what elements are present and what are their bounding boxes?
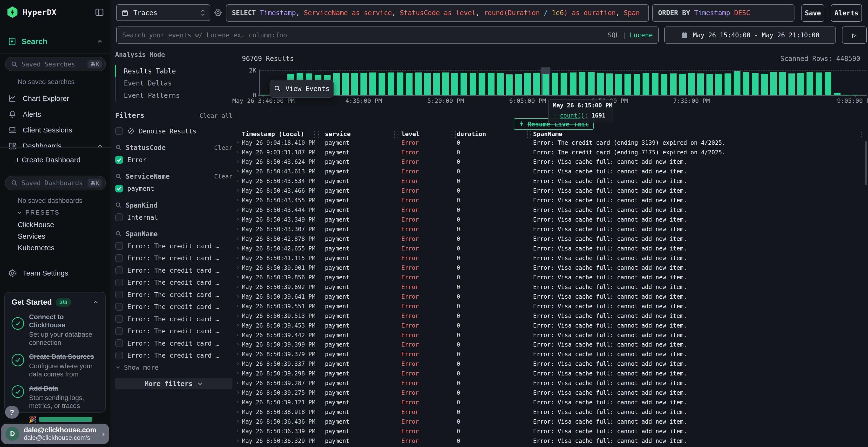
sidebar-item-dashboards[interactable]: Dashboards bbox=[0, 139, 111, 153]
histogram-bar[interactable] bbox=[652, 73, 658, 95]
histogram-bar[interactable] bbox=[597, 73, 604, 95]
table-row[interactable]: ›May 26 8:50:39.275 PMpaymentError0Error… bbox=[235, 388, 868, 398]
checkbox-unchecked-icon[interactable] bbox=[115, 213, 123, 221]
table-row[interactable]: ›May 26 9:04:18.410 PMpaymentError0Error… bbox=[235, 138, 868, 148]
row-expand-chevron[interactable]: › bbox=[236, 370, 239, 376]
row-expand-chevron[interactable]: › bbox=[236, 341, 239, 347]
date-range-picker[interactable]: May 26 15:40:00 - May 26 21:10:00 bbox=[664, 27, 836, 44]
sql-select-input[interactable]: SELECT Timestamp, ServiceName as service… bbox=[226, 4, 649, 22]
row-expand-chevron[interactable]: › bbox=[236, 322, 239, 328]
histogram-bar[interactable] bbox=[670, 73, 677, 95]
column-header-spanname[interactable]: SpanName bbox=[533, 131, 562, 138]
filter-option[interactable]: Error bbox=[115, 156, 233, 164]
table-row[interactable]: ›May 26 8:50:39.121 PMpaymentError0Error… bbox=[235, 398, 868, 408]
checkbox-unchecked-icon[interactable] bbox=[115, 303, 123, 311]
row-expand-chevron[interactable]: › bbox=[236, 380, 239, 386]
view-events-button[interactable]: View Events bbox=[270, 80, 334, 98]
row-expand-chevron[interactable]: › bbox=[236, 418, 239, 424]
column-resize-handle[interactable] bbox=[452, 131, 456, 138]
histogram-bar[interactable] bbox=[816, 72, 823, 95]
table-row[interactable]: ›May 26 8:50:39.442 PMpaymentError0Error… bbox=[235, 331, 868, 340]
histogram-bar[interactable] bbox=[342, 73, 349, 95]
histogram-bar[interactable] bbox=[524, 73, 531, 95]
histogram-bar[interactable] bbox=[424, 73, 431, 95]
filter-option[interactable]: Error: The credit card … bbox=[115, 327, 233, 335]
row-expand-chevron[interactable]: › bbox=[236, 216, 239, 222]
row-expand-chevron[interactable]: › bbox=[236, 139, 239, 145]
column-header-level[interactable]: level bbox=[401, 131, 420, 138]
saved-searches-input[interactable]: Saved Searches ⌘K bbox=[5, 57, 106, 71]
table-row[interactable]: ›May 26 8:50:39.692 PMpaymentError0Error… bbox=[235, 282, 868, 292]
checkbox-unchecked-icon[interactable] bbox=[115, 315, 123, 323]
checkbox-unchecked-icon[interactable] bbox=[115, 327, 123, 335]
filter-option[interactable]: Error: The credit card … bbox=[115, 242, 233, 250]
query-language-toggle[interactable]: SQL|Lucene bbox=[608, 31, 653, 39]
get-started-step[interactable]: Add Data Start sending logs, metrics, or… bbox=[11, 384, 99, 410]
user-menu[interactable]: D dale@clickhouse.com dale@clickhouse.co… bbox=[1, 424, 109, 444]
row-expand-chevron[interactable]: › bbox=[236, 438, 239, 443]
row-expand-chevron[interactable]: › bbox=[236, 245, 239, 251]
row-expand-chevron[interactable]: › bbox=[236, 236, 239, 241]
sql-toggle[interactable]: SQL bbox=[608, 31, 619, 39]
histogram-bar[interactable] bbox=[552, 73, 558, 95]
histogram-bar[interactable] bbox=[452, 73, 458, 95]
histogram-bar[interactable] bbox=[743, 72, 750, 95]
table-row[interactable]: ›May 26 8:50:43.307 PMpaymentError0Error… bbox=[235, 225, 868, 235]
help-button[interactable]: ? bbox=[5, 406, 19, 419]
histogram-bar[interactable] bbox=[807, 72, 813, 95]
table-row[interactable]: ›May 26 8:50:39.379 PMpaymentError0Error… bbox=[235, 350, 868, 359]
histogram-bar[interactable] bbox=[752, 73, 759, 95]
histogram-bar[interactable] bbox=[661, 74, 668, 95]
histogram-bar[interactable] bbox=[488, 73, 495, 95]
histogram-bar[interactable] bbox=[515, 74, 522, 95]
get-started-step[interactable]: Create Data Sources Configure where your… bbox=[11, 353, 99, 378]
histogram-bar[interactable] bbox=[397, 72, 404, 95]
row-expand-chevron[interactable]: › bbox=[236, 284, 239, 289]
histogram-bar[interactable] bbox=[707, 74, 713, 95]
column-header-service[interactable]: service bbox=[325, 131, 350, 138]
table-row[interactable]: ›May 26 8:50:43.444 PMpaymentError0Error… bbox=[235, 206, 868, 215]
histogram-bar[interactable] bbox=[497, 73, 504, 95]
histogram-bar[interactable] bbox=[388, 72, 395, 95]
get-started-step[interactable]: Connect to ClickHouse Set up your databa… bbox=[11, 313, 99, 347]
filter-option[interactable]: Error: The credit card … bbox=[115, 352, 233, 359]
table-row[interactable]: ›May 26 8:50:43.466 PMpaymentError0Error… bbox=[235, 186, 868, 196]
filter-option[interactable]: payment bbox=[115, 185, 233, 193]
show-more-button[interactable]: Show more bbox=[115, 364, 233, 371]
table-row[interactable]: ›May 26 8:50:36.436 PMpaymentError0Error… bbox=[235, 417, 868, 427]
sidebar-item-chart-explorer[interactable]: Chart Explorer bbox=[0, 91, 111, 106]
table-row[interactable]: ›May 26 8:50:39.298 PMpaymentError0Error… bbox=[235, 369, 868, 379]
clear-all-button[interactable]: Clear all bbox=[199, 112, 232, 119]
table-row[interactable]: ›May 26 8:50:39.901 PMpaymentError0Error… bbox=[235, 263, 868, 273]
table-row[interactable]: ›May 26 8:50:43.613 PMpaymentError0Error… bbox=[235, 167, 868, 177]
row-expand-chevron[interactable]: › bbox=[236, 226, 239, 232]
table-row[interactable]: ›May 26 8:50:39.641 PMpaymentError0Error… bbox=[235, 292, 868, 302]
histogram-bar[interactable] bbox=[542, 74, 549, 95]
collapse-sidebar-icon[interactable] bbox=[95, 7, 104, 17]
row-expand-chevron[interactable]: › bbox=[236, 360, 239, 366]
checkbox-checked-icon[interactable] bbox=[115, 156, 123, 164]
table-row[interactable]: ›May 26 8:50:43.624 PMpaymentError0Error… bbox=[235, 158, 868, 167]
preset-services[interactable]: Services bbox=[18, 232, 45, 240]
table-row[interactable]: ›May 26 8:50:39.337 PMpaymentError0Error… bbox=[235, 359, 868, 369]
histogram-bar[interactable] bbox=[834, 93, 840, 95]
histogram-bar[interactable] bbox=[624, 74, 631, 95]
row-expand-chevron[interactable]: › bbox=[236, 149, 239, 155]
table-row[interactable]: ›May 26 8:50:36.329 PMpaymentError0Error… bbox=[235, 437, 868, 446]
row-expand-chevron[interactable]: › bbox=[236, 332, 239, 338]
column-resize-handle[interactable] bbox=[527, 131, 531, 138]
lucene-toggle[interactable]: Lucene bbox=[630, 31, 653, 39]
histogram-bar[interactable] bbox=[415, 72, 422, 95]
table-row[interactable]: ›May 26 8:50:38.918 PMpaymentError0Error… bbox=[235, 408, 868, 417]
histogram-bar[interactable] bbox=[351, 73, 358, 95]
table-row[interactable]: ›May 26 8:50:42.878 PMpaymentError0Error… bbox=[235, 234, 868, 244]
histogram-bar[interactable] bbox=[442, 72, 449, 95]
row-expand-chevron[interactable]: › bbox=[236, 351, 239, 357]
row-expand-chevron[interactable]: › bbox=[236, 255, 239, 261]
analysis-mode-results-table[interactable]: Results Table bbox=[116, 65, 233, 77]
histogram-bar[interactable] bbox=[633, 74, 641, 95]
preset-clickhouse[interactable]: ClickHouse bbox=[18, 220, 54, 229]
saved-dashboards-input[interactable]: Saved Dashboards ⌘K bbox=[5, 176, 106, 190]
chevron-up-icon[interactable] bbox=[93, 299, 99, 305]
histogram-bar[interactable] bbox=[588, 72, 595, 95]
